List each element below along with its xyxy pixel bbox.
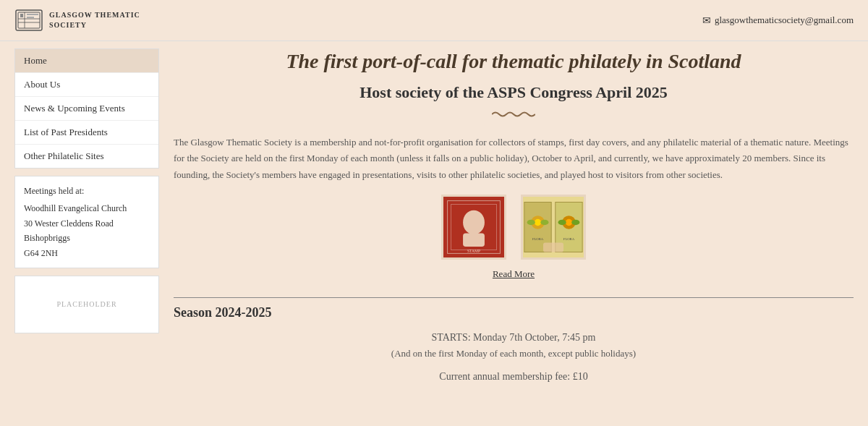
sidebar: Home About Us News & Upcoming Events Lis… (14, 48, 159, 383)
season-title: Season 2024-2025 (174, 305, 854, 320)
site-title: GLASGOW THEMATIC SOCIETY (49, 10, 140, 30)
membership-fee: Current annual membership fee: £10 (174, 371, 854, 383)
stamp-image-1: STAMP (441, 195, 506, 260)
header-email: ✉ glasgowthematicsociety@gmail.com (702, 14, 854, 27)
svg-point-19 (540, 219, 548, 224)
svg-point-18 (527, 219, 535, 224)
read-more-link[interactable]: Read More (174, 268, 854, 280)
main-content: The first port-of-call for thematic phil… (174, 48, 854, 383)
svg-rect-11 (463, 233, 485, 247)
svg-point-24 (571, 219, 579, 224)
logo: GLASGOW THEMATIC SOCIETY (14, 6, 140, 35)
sidebar-placeholder: PLACEHOLDER (14, 276, 159, 333)
svg-text:FLORA: FLORA (563, 237, 575, 240)
main-layout: Home About Us News & Upcoming Events Lis… (0, 41, 868, 390)
svg-point-22 (566, 218, 572, 225)
decorative-wave (174, 108, 854, 123)
sidebar-nav: Home About Us News & Upcoming Events Lis… (14, 48, 159, 169)
address-line3: Bishopbriggs (24, 231, 150, 245)
email-icon: ✉ (702, 14, 711, 27)
logo-icon (14, 6, 43, 35)
address-line1: Woodhill Evangelical Church (24, 201, 150, 216)
address-line2: 30 Wester Cleddens Road (24, 216, 150, 231)
email-address: glasgowthematicsociety@gmail.com (715, 14, 854, 26)
sidebar-address: Meetings held at: Woodhill Evangelical C… (14, 176, 159, 268)
svg-point-10 (463, 210, 485, 234)
hero-subtitle: Host society of the ASPS Congress April … (174, 83, 854, 102)
svg-text:FLORA: FLORA (532, 237, 544, 240)
svg-point-17 (535, 218, 541, 225)
sidebar-item-philatelic[interactable]: Other Philatelic Sites (15, 145, 158, 168)
svg-text:STAMP: STAMP (467, 248, 480, 252)
stamp-image-2: FLORA FLORA (521, 195, 586, 260)
svg-rect-26 (543, 242, 563, 252)
images-row: STAMP FLORA (174, 195, 854, 260)
svg-rect-0 (16, 10, 42, 30)
address-heading: Meetings held at: (24, 184, 150, 198)
svg-rect-5 (20, 14, 23, 17)
svg-rect-8 (443, 197, 504, 257)
header: GLASGOW THEMATIC SOCIETY ✉ glasgowthemat… (0, 0, 868, 41)
address-line4: G64 2NH (24, 246, 150, 260)
svg-rect-6 (27, 14, 38, 15)
sidebar-item-presidents[interactable]: List of Past Presidents (15, 121, 158, 145)
season-section: Season 2024-2025 STARTS: Monday 7th Octo… (174, 297, 854, 383)
svg-rect-7 (27, 17, 34, 18)
svg-point-23 (558, 219, 566, 224)
svg-rect-9 (448, 200, 501, 253)
sidebar-item-news[interactable]: News & Upcoming Events (15, 97, 158, 121)
description-text: The Glasgow Thematic Society is a member… (174, 135, 854, 182)
hero-title: The first port-of-call for thematic phil… (174, 48, 854, 74)
sidebar-item-home[interactable]: Home (15, 49, 158, 73)
sidebar-item-about[interactable]: About Us (15, 73, 158, 97)
season-note: (And on the first Monday of each month, … (174, 348, 854, 359)
season-starts: STARTS: Monday 7th October, 7:45 pm (174, 332, 854, 344)
